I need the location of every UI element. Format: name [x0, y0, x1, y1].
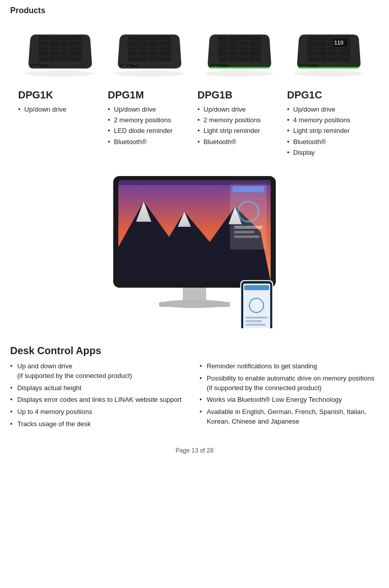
feature-item: Up/down drive [287, 105, 371, 114]
svg-rect-57 [233, 186, 264, 192]
apps-features-right: Reminder notifications to get standing P… [200, 362, 379, 427]
apps-section: Desk Control Apps Up and down drive(if s… [10, 345, 379, 432]
feature-item: Light strip reminder [287, 126, 371, 135]
app-feature-item: Works via Bluetooth® Low Energy Technolo… [200, 395, 379, 405]
product-name-dpg1k: DPG1K [18, 89, 102, 101]
product-features-dpg1m: Up/down drive 2 memory positions LED dio… [108, 105, 191, 147]
feature-item: Bluetooth® [198, 137, 281, 147]
feature-item: 2 memory positions [108, 116, 191, 125]
svg-rect-72 [245, 320, 262, 322]
imac-wrapper [103, 171, 286, 330]
svg-rect-56 [230, 184, 267, 250]
svg-rect-1 [39, 36, 82, 61]
product-name-dpg1c: DPG1C [287, 89, 371, 101]
svg-point-35 [294, 71, 363, 77]
svg-rect-73 [245, 324, 266, 326]
product-image-dpg1k: LINAK ◀ [18, 24, 102, 80]
feature-item: Light strip reminder [198, 126, 281, 135]
apps-columns: Up and down drive(if supported by the co… [10, 362, 379, 432]
svg-rect-61 [234, 235, 260, 238]
app-feature-item: Possibility to enable automatic drive on… [200, 374, 379, 393]
feature-item: Bluetooth® [108, 137, 191, 147]
product-features-dpg1c: Up/down drive 4 memory positions Light s… [287, 105, 371, 157]
product-spec-dpg1m: DPG1M Up/down drive 2 memory positions L… [108, 89, 191, 148]
app-feature-item: Available in English, German, French, Sp… [200, 407, 379, 427]
app-feature-item: Displays actual height [10, 384, 189, 393]
apps-features-left: Up and down drive(if supported by the co… [10, 362, 189, 429]
svg-rect-60 [234, 231, 254, 233]
imac-svg [103, 171, 286, 328]
svg-rect-69 [244, 285, 269, 290]
apps-col-right: Reminder notifications to get standing P… [200, 362, 379, 432]
feature-item: Up/down drive [198, 105, 281, 114]
product-name-dpg1m: DPG1M [108, 89, 191, 101]
feature-item: 2 memory positions [198, 116, 281, 125]
feature-item: Display [287, 148, 371, 157]
svg-point-0 [25, 71, 94, 77]
products-specs-row: DPG1K Up/down drive DPG1M Up/down drive … [10, 89, 379, 159]
dpg1m-svg: LINAK ◀ [110, 24, 189, 80]
svg-text:110: 110 [334, 40, 343, 46]
feature-item: Bluetooth® [287, 137, 371, 147]
imac-illustration-section [10, 171, 379, 330]
products-section: LINAK ◀ LINAK ◀ [10, 24, 379, 159]
svg-point-23 [205, 71, 274, 77]
svg-rect-71 [245, 317, 268, 319]
product-spec-dpg1b: DPG1B Up/down drive 2 memory positions L… [198, 89, 281, 148]
product-features-dpg1b: Up/down drive 2 memory positions Light s… [198, 105, 281, 147]
app-feature-item: Up and down drive(if supported by the co… [10, 362, 189, 381]
app-feature-item: Reminder notifications to get standing [200, 362, 379, 371]
feature-item: 4 memory positions [287, 116, 371, 125]
apps-col-left: Up and down drive(if supported by the co… [10, 362, 189, 432]
svg-text:LINAK ◀: LINAK ◀ [121, 65, 130, 67]
feature-item: Up/down drive [108, 105, 191, 114]
svg-text:LINAK ◀: LINAK ◀ [32, 65, 41, 67]
svg-rect-24 [218, 36, 261, 61]
dpg1b-svg: LINAK ◀ [200, 24, 279, 80]
app-feature-item: Up to 4 memory positions [10, 407, 189, 417]
product-image-dpg1b: LINAK ◀ [198, 24, 281, 80]
svg-text:LINAK ◀: LINAK ◀ [301, 65, 309, 67]
product-spec-dpg1c: DPG1C Up/down drive 4 memory positions L… [287, 89, 371, 159]
svg-text:LINAK ◀: LINAK ◀ [211, 65, 220, 67]
svg-point-11 [115, 71, 184, 77]
page-footer: Page 13 of 28 [10, 447, 379, 454]
svg-rect-62 [118, 180, 271, 185]
product-name-dpg1b: DPG1B [198, 89, 281, 101]
dpg1k-svg: LINAK ◀ [21, 24, 100, 80]
svg-rect-12 [128, 36, 171, 61]
product-image-dpg1m: LINAK ◀ [108, 24, 191, 80]
product-image-dpg1c: 110 LINAK ◀ [287, 24, 371, 80]
app-feature-item: Tracks usage of the desk [10, 420, 189, 429]
app-feature-item: Displays error codes and links to LINAK … [10, 395, 189, 405]
dpg1c-svg: 110 LINAK ◀ [289, 24, 368, 80]
apps-title: Desk Control Apps [10, 345, 379, 357]
feature-item: LED diode reminder [108, 126, 191, 135]
svg-rect-59 [234, 226, 263, 229]
svg-rect-65 [159, 302, 230, 307]
page-title: Products [10, 6, 379, 15]
product-features-dpg1k: Up/down drive [18, 105, 102, 114]
products-images-row: LINAK ◀ LINAK ◀ [10, 24, 379, 80]
feature-item: Up/down drive [18, 105, 102, 114]
product-spec-dpg1k: DPG1K Up/down drive [18, 89, 102, 116]
page-number: Page 13 of 28 [176, 447, 214, 454]
